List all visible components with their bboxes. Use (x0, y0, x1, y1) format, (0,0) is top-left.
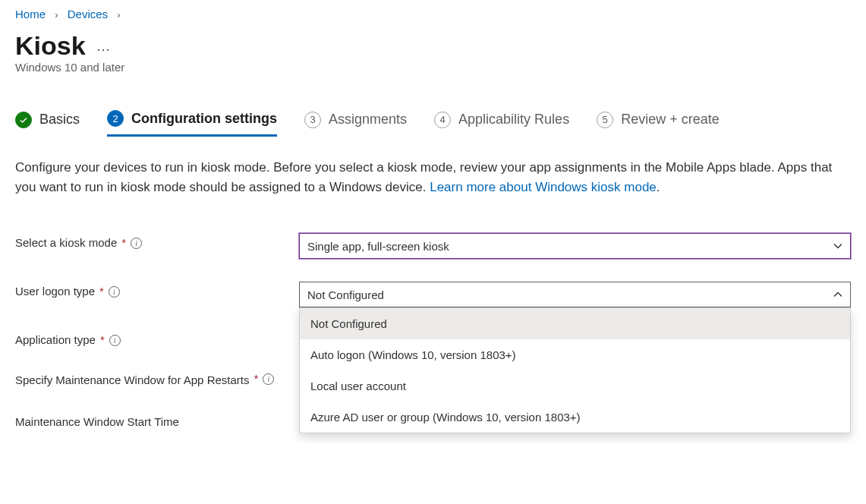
description-text: Configure your devices to run in kiosk m… (15, 158, 835, 197)
dropdown-option-auto-logon[interactable]: Auto logon (Windows 10, version 1803+) (300, 339, 850, 370)
breadcrumb-home[interactable]: Home (15, 8, 46, 20)
step-number-icon: 5 (597, 112, 613, 128)
learn-more-link[interactable]: Learn more about Windows kiosk mode (430, 180, 657, 194)
step-label: Applicability Rules (458, 112, 569, 128)
step-number-icon: 4 (434, 112, 451, 128)
chevron-down-icon (833, 241, 842, 250)
chevron-right-icon: › (55, 9, 58, 20)
required-icon: * (100, 333, 105, 346)
label-kiosk-mode: Select a kiosk mode (15, 236, 117, 249)
row-kiosk-mode: Select a kiosk mode * i Single app, full… (15, 233, 851, 259)
page-subtitle: Windows 10 and later (15, 61, 851, 74)
dropdown-option-local-user[interactable]: Local user account (300, 370, 850, 402)
info-icon[interactable]: i (131, 238, 142, 249)
select-value: Single app, full-screen kiosk (307, 240, 449, 253)
info-icon[interactable]: i (263, 373, 274, 385)
step-label: Review + create (621, 112, 720, 128)
step-applicability-rules[interactable]: 4 Applicability Rules (434, 110, 569, 137)
step-review-create[interactable]: 5 Review + create (597, 110, 720, 137)
step-label: Assignments (329, 112, 407, 128)
chevron-right-icon: › (117, 9, 120, 20)
page-header: Kiosk ⋯ Windows 10 and later (15, 31, 851, 74)
required-icon: * (99, 285, 104, 298)
kiosk-mode-select[interactable]: Single app, full-screen kiosk (299, 233, 851, 259)
label-application-type: Application type (15, 333, 96, 346)
info-icon[interactable]: i (109, 286, 120, 298)
row-logon-type: User logon type * i Not Configured Not C… (15, 282, 851, 307)
dropdown-option-azure-ad[interactable]: Azure AD user or group (Windows 10, vers… (300, 402, 850, 433)
check-icon (15, 112, 32, 128)
label-logon-type: User logon type (15, 285, 95, 298)
configuration-form: Select a kiosk mode * i Single app, full… (15, 233, 851, 428)
step-configuration-settings[interactable]: 2 Configuration settings (107, 110, 277, 137)
chevron-up-icon (833, 290, 842, 299)
label-maintenance-window: Specify Maintenance Window for App Resta… (15, 372, 249, 389)
info-icon[interactable]: i (109, 335, 121, 346)
breadcrumb-devices[interactable]: Devices (68, 8, 108, 20)
required-icon: * (254, 372, 258, 385)
step-number-icon: 2 (107, 110, 124, 127)
logon-type-select[interactable]: Not Configured (299, 282, 851, 307)
step-assignments[interactable]: 3 Assignments (304, 110, 407, 137)
breadcrumb: Home › Devices › (15, 0, 851, 25)
label-maintenance-start-time: Maintenance Window Start Time (15, 415, 179, 428)
step-basics[interactable]: Basics (15, 110, 80, 137)
logon-type-dropdown: Not Configured Auto logon (Windows 10, v… (299, 307, 851, 433)
step-number-icon: 3 (304, 112, 321, 128)
required-icon: * (121, 236, 126, 249)
page-title: Kiosk (15, 31, 86, 61)
step-label: Basics (39, 112, 80, 128)
wizard-stepper: Basics 2 Configuration settings 3 Assign… (15, 110, 851, 137)
step-label: Configuration settings (131, 111, 277, 127)
select-value: Not Configured (307, 288, 384, 301)
more-actions-button[interactable]: ⋯ (96, 35, 111, 58)
dropdown-option-not-configured[interactable]: Not Configured (300, 308, 850, 339)
